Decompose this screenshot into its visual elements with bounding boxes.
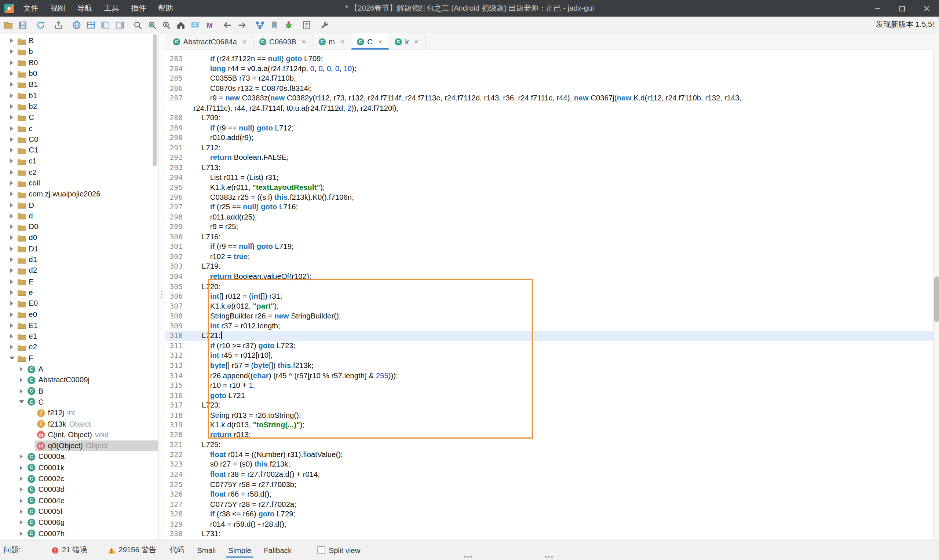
code-line-297[interactable]: 297 if (r25 == null) goto L716; [165,202,939,212]
close-tab-icon[interactable] [377,37,383,46]
code-line-286[interactable]: 286 C0870s r132 = C0870s.f8314i; [165,83,939,94]
splitter-handle[interactable] [159,33,165,540]
preferences-button[interactable] [317,18,332,32]
chevron-right-icon[interactable] [8,278,15,285]
editor-scrollbar[interactable] [933,50,939,540]
code-line-316[interactable]: 316 goto L721 [165,390,939,400]
code-line-284[interactable]: 284 long r44 = v0.a.a(r24.f7124p, 0, 0, … [165,64,939,74]
tree-item-q0-object-[interactable]: mq0(Object)Object [0,440,158,452]
tree-item-f[interactable]: F [0,353,158,364]
code-line-310[interactable]: 310 L721: [165,331,939,341]
code-editor[interactable]: 283 if (r24.f7122n == null) goto L709;28… [165,50,939,540]
close-tab-icon[interactable] [339,37,345,46]
code-line-305[interactable]: 305 L720: [165,282,939,291]
tab-c[interactable]: CC [352,33,390,49]
code-line-291[interactable]: 291 L712: [165,143,939,153]
table-button[interactable] [84,18,98,32]
chevron-right-icon[interactable] [8,70,15,77]
comments-search-button[interactable] [188,18,202,32]
chevron-right-icon[interactable] [8,235,15,241]
view-tab-simple[interactable]: Simple [227,543,253,557]
chevron-right-icon[interactable] [8,147,15,154]
chevron-right-icon[interactable] [8,300,15,307]
code-line-296[interactable]: 296 C0383z r25 = ((s.l) this.f213k).K0()… [165,192,939,202]
open-file-button[interactable] [1,18,15,32]
tree-item-e[interactable]: e [0,287,158,298]
tab-c0693b[interactable]: CC0693B [254,33,313,49]
code-line-307[interactable]: 307 K1.k.e(r012, "part"); [165,301,939,311]
tree-item-c[interactable]: c [0,123,158,134]
tree-item-b[interactable]: b [0,46,158,57]
log-viewer-button[interactable] [299,18,314,32]
dock-left-button[interactable] [98,18,113,32]
debugger-button[interactable] [281,18,296,32]
tree-item-c1[interactable]: c1 [0,156,158,167]
tree-item-c-int-object-[interactable]: mC(int, Object)void [0,429,158,440]
chevron-right-icon[interactable] [18,508,25,515]
tree-item-c0003d[interactable]: CC0003d [0,484,158,495]
tree-item-c0[interactable]: C0 [0,134,158,145]
menu-plugins[interactable]: 插件 [125,0,152,17]
tree-item-b1[interactable]: B1 [0,79,158,90]
tree-item-f213k[interactable]: ff213kObject [0,418,158,429]
code-line-303[interactable]: 303 L719: [165,262,939,272]
chevron-right-icon[interactable] [8,246,15,252]
tree-item-d1[interactable]: d1 [0,254,158,265]
tree-item-a[interactable]: CA [0,363,158,375]
code-line-319[interactable]: 319 K1.k.d(r013, "toString(...)"); [165,420,939,430]
code-line-285[interactable]: 285 C0355B r73 = r24.f7110b; [165,74,939,83]
tree-item-b0[interactable]: b0 [0,68,158,79]
maximize-button[interactable] [890,0,914,17]
text-search-button[interactable] [159,18,174,32]
reload-button[interactable] [33,18,48,32]
tree-item-d0[interactable]: D0 [0,222,158,232]
code-line-308[interactable]: 308 StringBuilder r26 = new StringBuilde… [165,311,939,321]
view-tab-smali[interactable]: Smali [195,543,217,557]
chevron-right-icon[interactable] [18,465,25,471]
chevron-right-icon[interactable] [18,497,25,504]
tree-item-e2[interactable]: e2 [0,342,158,353]
code-line-wrap[interactable]: r24.f7111c), r44, r24.f7114f, t0.u.a(r24… [165,103,939,113]
chevron-right-icon[interactable] [18,475,25,482]
tree-item-com-zj-wuaipojie2026[interactable]: com.zj.wuaipojie2026 [0,189,158,200]
chevron-right-icon[interactable] [8,257,15,263]
deobfuscation-button[interactable] [69,18,83,32]
code-line-309[interactable]: 309 int r37 = r012.length; [165,321,939,331]
chevron-right-icon[interactable] [8,202,15,208]
editor-scrollbar-thumb[interactable] [934,276,939,322]
chevron-right-icon[interactable] [8,344,15,351]
tree-scrollbar-thumb[interactable] [153,34,157,166]
menu-view[interactable]: 视图 [45,0,71,17]
chevron-right-icon[interactable] [8,158,15,165]
code-line-315[interactable]: 315 r10 = r10 + 1; [165,380,939,390]
tree-item-c1[interactable]: C1 [0,145,158,156]
tree-item-c[interactable]: C [0,112,158,123]
tree-item-c0007h[interactable]: CC0007h [0,528,158,539]
tab-m[interactable]: Cm [313,33,352,49]
tree-item-c[interactable]: CC [0,397,158,408]
tree-item-e0[interactable]: E0 [0,298,158,309]
code-line-329[interactable]: 329 r014 = r58.d() - r28.d(); [165,519,939,529]
code-line-290[interactable]: 290 r010.add(r9); [165,133,939,143]
chevron-right-icon[interactable] [8,322,15,329]
tree-item-c0004e[interactable]: CC0004e [0,495,158,506]
chevron-right-icon[interactable] [8,125,15,132]
tree-item-c0005f[interactable]: CC0005f [0,506,158,517]
tree-item-c2[interactable]: c2 [0,167,158,178]
chevron-right-icon[interactable] [18,530,25,537]
code-line-327[interactable]: 327 C0775Y r28 = r27.f7002a; [165,500,939,509]
class-search-button[interactable] [145,18,159,32]
code-line-294[interactable]: 294 List r011 = (List) r31; [165,172,939,183]
tab-k[interactable]: Ck [390,33,426,49]
tree-item-c0001k[interactable]: CC0001k [0,462,158,473]
close-tab-icon[interactable] [413,37,419,46]
tree-item-e[interactable]: E [0,276,158,287]
chevron-right-icon[interactable] [18,486,25,493]
home-button[interactable] [174,18,188,32]
chevron-right-icon[interactable] [8,92,15,99]
menu-help[interactable]: 帮助 [152,0,179,17]
update-notice-link[interactable]: 发现新版本 1.5.5! [876,20,934,30]
chevron-right-icon[interactable] [8,103,15,110]
chevron-right-icon[interactable] [18,453,25,460]
bookmark-button[interactable] [267,18,281,32]
